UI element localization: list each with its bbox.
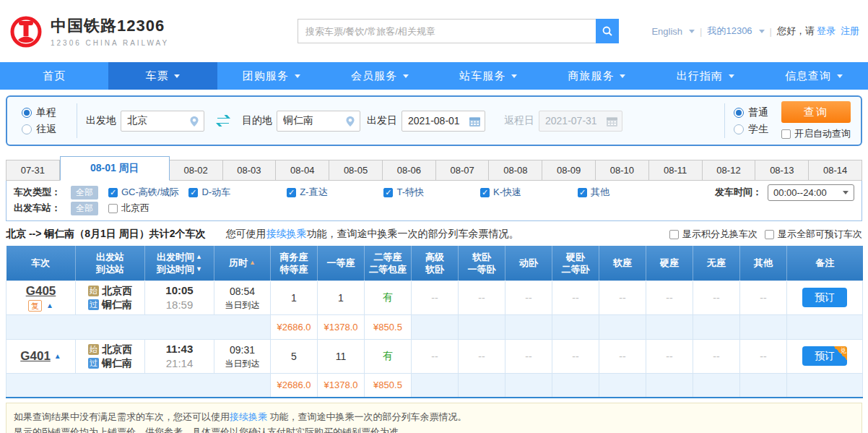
seat-none: --	[693, 280, 740, 314]
duration-cell: 08:54 当日到达	[214, 280, 271, 314]
depart-time-select[interactable]: 00:00--24:00	[768, 184, 854, 201]
date-tab-0803[interactable]: 08-03	[223, 160, 277, 181]
station-all-badge[interactable]: 全部	[71, 202, 98, 215]
times-cell: 10:05 18:59	[145, 280, 214, 314]
register-link[interactable]: 注册	[841, 25, 859, 38]
date-tab-0809[interactable]: 08-09	[542, 160, 596, 181]
calendar-icon[interactable]	[469, 116, 481, 127]
price-row-g401: ¥2686.0 ¥1378.0 ¥850.5	[6, 373, 863, 398]
date-tab-0806[interactable]: 08-06	[383, 160, 436, 181]
col-other: 其他	[740, 246, 787, 280]
date-tab-0801-active[interactable]: 08-01 周日	[60, 156, 170, 181]
col-ed-sleeper: 动卧	[505, 246, 552, 280]
price-first: ¥1378.0	[318, 314, 365, 339]
seat-other: --	[740, 339, 787, 373]
swap-stations-button[interactable]	[214, 113, 232, 128]
col-no-seat: 无座	[693, 246, 740, 280]
query-button[interactable]: 查询	[781, 101, 851, 123]
origin-badge: 始	[88, 344, 99, 355]
chevron-down-icon	[620, 74, 625, 78]
train-number-link[interactable]: G405	[26, 284, 56, 299]
col-times-sort[interactable]: 出发时间▲ 到达时间▼	[145, 246, 214, 280]
auto-query-checkbox[interactable]: 开启自动查询	[781, 127, 851, 140]
search-button[interactable]	[596, 19, 619, 43]
from-field: 出发地	[86, 111, 204, 132]
train-type-all-badge[interactable]: 全部	[71, 186, 98, 200]
chevron-down-icon	[174, 74, 180, 78]
date-tab-0814[interactable]: 08-14	[809, 160, 862, 181]
show-all-bookable-checkbox[interactable]: 显示全部可预订车次	[765, 228, 862, 241]
date-tab-0811[interactable]: 08-11	[649, 160, 703, 181]
search-input[interactable]	[298, 19, 596, 43]
col-soft-seat: 软座	[599, 246, 646, 280]
price-row-g405: ¥2686.0 ¥1378.0 ¥850.5	[6, 314, 863, 339]
nav-item-tickets[interactable]: 车票	[108, 62, 217, 90]
date-tab-0805[interactable]: 08-05	[329, 160, 383, 181]
search-icon	[602, 25, 613, 37]
table-header-row: 车次 出发站 到达站 出发时间▲ 到达时间▼ 历时▲ 商务座 特等座 一等座 二…	[6, 246, 863, 280]
location-pin-icon[interactable]	[188, 116, 200, 127]
col-remarks: 备注	[787, 246, 863, 280]
train-type-gc-checkbox[interactable]: ✓ GC-高铁/城际	[108, 186, 178, 199]
nav-item-travel-guide[interactable]: 出行指南	[651, 62, 760, 90]
nav-item-business-travel[interactable]: 商旅服务	[542, 62, 651, 90]
price-first: ¥1378.0	[318, 373, 365, 398]
train-number-link[interactable]: G401	[20, 349, 51, 364]
book-button[interactable]: 预订	[802, 346, 847, 366]
train-type-t-checkbox[interactable]: ✓ T-特快	[383, 186, 424, 199]
stations-cell: 始北京西 过铜仁南	[76, 339, 145, 373]
sort-desc-icon[interactable]: ▼	[196, 263, 202, 275]
checkbox-checked-icon: ✓	[188, 188, 198, 197]
login-link[interactable]: 登录	[817, 25, 836, 38]
nav-item-home[interactable]: 首页	[0, 62, 108, 90]
col-duration-sort[interactable]: 历时▲	[214, 246, 271, 280]
nav-item-group-services[interactable]: 团购服务	[217, 62, 326, 90]
show-points-trains-checkbox[interactable]: 显示积分兑换车次	[669, 228, 758, 241]
location-pin-icon[interactable]	[344, 116, 356, 127]
chevron-down-icon	[837, 74, 843, 78]
train-type-z-checkbox[interactable]: ✓ Z-直达	[287, 186, 327, 199]
round-trip-radio[interactable]: 往返	[22, 123, 56, 136]
collapse-arrow-icon[interactable]: ▲	[54, 352, 61, 360]
sort-asc-icon[interactable]: ▲	[249, 257, 256, 269]
station-beijingxi-checkbox[interactable]: 北京西	[108, 202, 149, 215]
my-12306-menu[interactable]: 我的12306	[707, 25, 752, 38]
nav-item-station-services[interactable]: 站车服务	[434, 62, 542, 90]
depart-date-field: 出发日	[367, 111, 485, 132]
radio-selected-icon	[734, 108, 744, 118]
checkbox-checked-icon: ✓	[578, 188, 587, 197]
normal-passenger-radio[interactable]: 普通	[734, 106, 768, 119]
date-tab-0731[interactable]: 07-31	[6, 160, 60, 181]
one-way-radio[interactable]: 单程	[22, 106, 56, 119]
seat-hard-sleeper: --	[552, 280, 599, 314]
train-number-cell: G401 ▲	[6, 339, 76, 373]
train-type-other-checkbox[interactable]: ✓ 其他	[578, 186, 609, 199]
train-type-k-checkbox[interactable]: ✓ K-快速	[480, 186, 521, 199]
nav-item-member-services[interactable]: 会员服务	[326, 62, 434, 90]
language-switch[interactable]: English	[651, 26, 682, 37]
date-tab-0807[interactable]: 08-07	[436, 160, 490, 181]
date-tab-0813[interactable]: 08-13	[755, 160, 809, 181]
transfer-link[interactable]: 接续换乘	[266, 228, 307, 239]
date-tab-0810[interactable]: 08-10	[596, 160, 649, 181]
collapse-arrow-icon[interactable]: ▲	[46, 301, 53, 309]
col-premium-soft-sleeper: 高级 软卧	[412, 246, 459, 280]
date-tab-0808[interactable]: 08-08	[489, 160, 542, 181]
sort-asc-icon[interactable]: ▲	[196, 251, 202, 263]
date-tab-0802[interactable]: 08-02	[170, 160, 223, 181]
seat-first: 11	[318, 339, 365, 373]
radio-icon	[22, 124, 32, 134]
book-button[interactable]: 预订	[802, 288, 847, 307]
seat-business: 1	[271, 280, 318, 314]
student-passenger-radio[interactable]: 学生	[734, 123, 768, 136]
brand-subtitle: 12306 CHINA RAILWAY	[51, 39, 169, 47]
date-tab-0804[interactable]: 08-04	[276, 160, 329, 181]
train-type-d-checkbox[interactable]: ✓ D-动车	[188, 186, 230, 199]
chevron-down-icon	[511, 74, 517, 78]
stations-cell: 始北京西 过铜仁南	[76, 280, 145, 314]
ticket-query-panel: 单程 往返 出发地 目的地	[6, 95, 862, 146]
date-tab-0812[interactable]: 08-12	[703, 160, 756, 181]
greeting-text: 您好，请	[777, 25, 815, 38]
nav-item-info-query[interactable]: 信息查询	[760, 62, 868, 90]
transfer-link[interactable]: 接续换乘	[230, 411, 267, 422]
